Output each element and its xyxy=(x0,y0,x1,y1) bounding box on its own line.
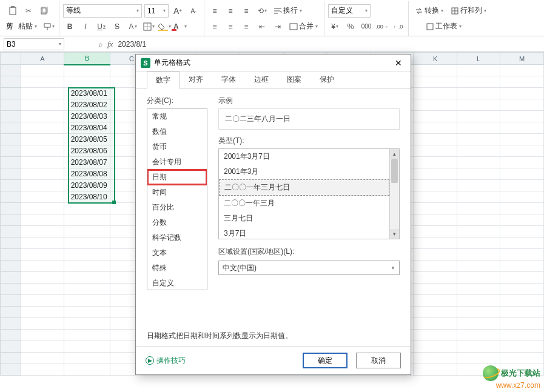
tab-number[interactable]: 数字 xyxy=(147,71,180,88)
category-item-general[interactable]: 常规 xyxy=(147,109,207,124)
category-item-date[interactable]: 日期 xyxy=(147,170,207,185)
col-header[interactable]: B xyxy=(64,53,110,65)
row-header[interactable] xyxy=(1,99,21,111)
indent-left-icon[interactable]: ⇤ xyxy=(255,20,269,33)
row-header[interactable] xyxy=(1,122,21,134)
close-button[interactable]: ✕ xyxy=(391,57,406,69)
category-item-text[interactable]: 文本 xyxy=(147,245,207,261)
wrap-text-button[interactable]: 换行▾ xyxy=(271,4,304,18)
category-item-currency[interactable]: 货币 xyxy=(147,139,207,154)
cell[interactable]: 2023/08/06 xyxy=(64,145,110,157)
align-left-icon[interactable]: ≡ xyxy=(208,20,221,33)
cancel-button[interactable]: 取消 xyxy=(356,353,401,368)
zoom-icon[interactable]: ⌕ xyxy=(98,40,102,48)
font-size-select[interactable]: 11▾ xyxy=(144,4,169,18)
col-header[interactable]: L xyxy=(457,53,500,65)
borders-button[interactable]: ▾ xyxy=(142,20,155,33)
formula-input[interactable]: 2023/8/1 xyxy=(113,40,544,48)
col-header[interactable]: A xyxy=(21,53,64,65)
merge-button[interactable]: 合并▾ xyxy=(287,20,320,33)
paste-button[interactable]: 粘贴▾ xyxy=(16,20,39,33)
rowcol-button[interactable]: 行和列▾ xyxy=(448,4,489,18)
tab-border[interactable]: 边框 xyxy=(245,71,278,88)
indent-right-icon[interactable]: ⇥ xyxy=(271,20,284,33)
category-item-percentage[interactable]: 百分比 xyxy=(147,200,207,215)
dialog-titlebar[interactable]: S 单元格格式 ✕ xyxy=(136,55,411,71)
type-list[interactable]: 2001年3月7日 2001年3月 二〇〇一年三月七日 二〇〇一年三月 三月七日… xyxy=(218,148,400,239)
convert-button[interactable]: 转换▾ xyxy=(412,4,446,18)
tab-alignment[interactable]: 对齐 xyxy=(180,71,212,88)
row-header[interactable] xyxy=(1,191,21,203)
cell[interactable]: 2023/08/01 xyxy=(64,88,110,99)
paste-icon[interactable] xyxy=(6,4,19,18)
font-name-select[interactable]: 等线▾ xyxy=(63,4,142,18)
tab-font[interactable]: 字体 xyxy=(212,71,245,88)
type-item[interactable]: 三月七日 xyxy=(219,211,389,226)
scroll-down-icon[interactable]: ▾ xyxy=(390,229,399,239)
decrease-font-icon[interactable]: A- xyxy=(187,4,200,18)
category-item-special[interactable]: 特殊 xyxy=(147,261,207,276)
align-top-icon[interactable]: ≡ xyxy=(208,4,221,18)
type-scrollbar[interactable]: ▴ ▾ xyxy=(389,149,399,239)
format-painter-icon[interactable]: ▾ xyxy=(42,20,55,33)
worksheet-button[interactable]: 工作表▾ xyxy=(423,20,464,33)
category-item-custom[interactable]: 自定义 xyxy=(147,276,207,290)
ok-button[interactable]: 确定 xyxy=(303,353,348,368)
scroll-up-icon[interactable]: ▴ xyxy=(390,149,399,159)
name-box[interactable]: B3 ▾ xyxy=(4,38,64,50)
number-format-select[interactable]: 自定义▾ xyxy=(328,4,371,18)
type-item[interactable]: 二〇〇一年三月 xyxy=(219,196,389,211)
cell[interactable]: 2023/08/10 xyxy=(64,191,110,203)
category-item-time[interactable]: 时间 xyxy=(147,185,207,200)
row-header[interactable] xyxy=(1,76,21,88)
decrease-decimal-icon[interactable]: ←.0 xyxy=(391,20,405,33)
row-header[interactable] xyxy=(1,157,21,168)
italic-button[interactable]: I xyxy=(79,20,92,33)
increase-font-icon[interactable]: A+ xyxy=(171,4,184,18)
col-header[interactable]: M xyxy=(500,53,544,65)
row-header[interactable] xyxy=(1,88,21,99)
align-bottom-icon[interactable]: ≡ xyxy=(240,4,253,18)
category-list[interactable]: 常规 数值 货币 会计专用 日期 时间 百分比 分数 科学记数 文本 特殊 自定… xyxy=(147,108,207,290)
scroll-thumb[interactable] xyxy=(391,159,398,183)
currency-icon[interactable]: ¥▾ xyxy=(328,20,341,33)
percent-icon[interactable]: % xyxy=(344,20,357,33)
category-item-accounting[interactable]: 会计专用 xyxy=(147,154,207,170)
locale-select[interactable]: 中文(中国) ▼ xyxy=(218,261,400,275)
underline-button[interactable]: U▾ xyxy=(95,20,108,33)
row-header[interactable] xyxy=(1,111,21,122)
category-item-fraction[interactable]: 分数 xyxy=(147,215,207,230)
bold-button[interactable]: B xyxy=(63,20,76,33)
type-item[interactable]: 3月7日 xyxy=(219,226,389,239)
align-center-icon[interactable]: ≡ xyxy=(224,20,237,33)
align-right-icon[interactable]: ≡ xyxy=(240,20,253,33)
tab-fill[interactable]: 图案 xyxy=(278,71,311,88)
font-color-button[interactable]: A▾ xyxy=(173,20,187,33)
align-middle-icon[interactable]: ≡ xyxy=(224,4,237,18)
col-header[interactable]: K xyxy=(414,53,457,65)
tips-link[interactable]: ▶ 操作技巧 xyxy=(146,356,186,366)
row-header[interactable] xyxy=(1,134,21,145)
cell[interactable]: 2023/08/04 xyxy=(64,122,110,134)
row-header[interactable] xyxy=(1,145,21,157)
cell[interactable]: 2023/08/09 xyxy=(64,180,110,191)
category-item-scientific[interactable]: 科学记数 xyxy=(147,230,207,245)
row-header[interactable] xyxy=(1,180,21,191)
comma-icon[interactable]: 000 xyxy=(360,20,373,33)
cell[interactable]: 2023/08/02 xyxy=(64,99,110,111)
fill-color-button[interactable]: ▾ xyxy=(158,20,171,33)
cell[interactable]: 2023/08/05 xyxy=(64,134,110,145)
fx-icon[interactable]: fx xyxy=(107,39,113,49)
tab-protection[interactable]: 保护 xyxy=(311,71,343,88)
row-header[interactable] xyxy=(1,65,21,76)
orientation-icon[interactable]: ⟲▾ xyxy=(255,4,269,18)
category-item-number[interactable]: 数值 xyxy=(147,124,207,139)
cell[interactable]: 2023/08/03 xyxy=(64,111,110,122)
row-header[interactable] xyxy=(1,168,21,180)
cell[interactable]: 2023/08/07 xyxy=(64,157,110,168)
type-item-selected[interactable]: 二〇〇一年三月七日 xyxy=(219,179,389,196)
cell[interactable]: 2023/08/08 xyxy=(64,168,110,180)
copy-icon[interactable] xyxy=(38,4,51,18)
type-item[interactable]: 2001年3月7日 xyxy=(219,149,389,164)
increase-decimal-icon[interactable]: .00→ xyxy=(375,20,389,33)
